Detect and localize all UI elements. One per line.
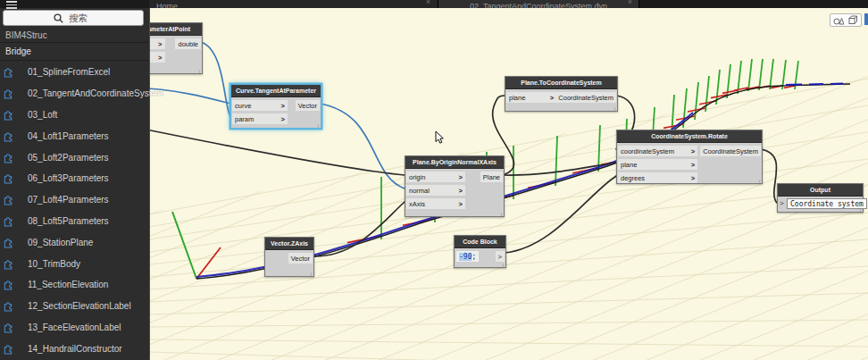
port-label: xAxis	[409, 200, 425, 208]
sidebar-item-label: 04_Loft1Parameters	[28, 131, 109, 141]
sidebar-item[interactable]: 14_HandrailConstructor	[0, 338, 149, 359]
output-port-Vector[interactable]: Vector	[288, 253, 313, 264]
sidebar-item[interactable]: 03_Loft	[0, 105, 149, 126]
node-curve-tangentatparameter[interactable]: Curve.TangentAtParametercurve>param>Vect…	[230, 84, 321, 129]
tab-document[interactable]: 02_TangentAndCoordinateSystem.dyn ×	[438, 0, 639, 8]
sidebar-section-bridge[interactable]: Bridge	[0, 43, 149, 61]
wire-cb.out-to-csr.degrees[interactable]	[505, 176, 616, 253]
partial-button[interactable]	[864, 13, 868, 25]
puzzle-icon	[3, 66, 14, 78]
sidebar-item[interactable]: 06_Loft3Parameters	[0, 168, 149, 189]
sidebar-section-bim4struc[interactable]: BIM4Struc	[0, 28, 149, 43]
sidebar-item[interactable]: 10_TrimBody	[0, 253, 149, 274]
sidebar-item-label: 07_Loft4Parameters	[28, 195, 109, 205]
search-icon	[54, 13, 63, 23]
wire-pap.double-to-cta.param[interactable]	[201, 42, 230, 117]
port-chevron-icon: >	[281, 102, 285, 110]
input-port-xAxis[interactable]: xAxis>	[406, 198, 465, 209]
sidebar-item[interactable]: 01_SplineFromExcel	[0, 62, 149, 83]
port-label: origin	[409, 173, 425, 181]
puzzle-icon	[3, 152, 14, 163]
output-value: Coordinate system	[787, 198, 867, 209]
puzzle-icon	[3, 109, 14, 121]
sidebar-item-label: 11_SectionElevation	[28, 280, 108, 289]
sidebar-item-label: 10_TrimBody	[28, 259, 80, 269]
sidebar-item-label: 13_FaceElevationLabel	[28, 322, 121, 332]
search-input[interactable]	[67, 12, 142, 24]
node-vector-zaxis[interactable]: Vector.ZAxisVector	[264, 237, 314, 277]
input-port-plane[interactable]: plane>	[618, 159, 697, 170]
sidebar-item[interactable]: 04_Loft1Parameters	[0, 125, 149, 147]
output-port-Vector[interactable]: Vector	[296, 100, 320, 111]
node-plane-tocoordinatesystem[interactable]: Plane.ToCoordinateSystemplane>Coordinate…	[505, 76, 618, 112]
sidebar-item[interactable]: 07_Loft4Parameters	[0, 189, 149, 211]
tab-home-close-icon[interactable]: ×	[426, 0, 430, 6]
puzzle-icon	[3, 130, 14, 142]
puzzle-icon	[3, 300, 14, 312]
port-label: plane	[621, 161, 637, 169]
port-label: param	[235, 115, 254, 123]
node-title: Code Block	[455, 236, 505, 248]
puzzle-icon	[3, 215, 14, 227]
wire-csr.CoordinateSystem-to-out.in[interactable]	[761, 149, 777, 203]
puzzle-icon	[3, 322, 14, 333]
input-port-origin[interactable]: origin>	[406, 172, 465, 182]
sidebar-item[interactable]: 02_TangentAndCoordinateSystem	[0, 83, 149, 105]
port-chevron-icon: >	[550, 94, 554, 102]
input-port-curve[interactable]: curve>	[232, 100, 288, 111]
sidebar-item[interactable]: 08_Loft5Parameters	[0, 211, 149, 232]
tab-document-close-icon[interactable]: ×	[628, 0, 632, 6]
cube-icon[interactable]	[848, 15, 858, 25]
sidebar-item-label: 01_SplineFromExcel	[28, 67, 110, 77]
sidebar-item-label: 14_HandrailConstructor	[28, 344, 122, 354]
port-chevron-icon: >	[281, 115, 285, 123]
hamburger-menu-icon[interactable]	[6, 1, 17, 11]
output-port[interactable]: >	[496, 251, 505, 262]
input-port[interactable]: >	[780, 199, 784, 207]
input-port-normal[interactable]: normal>	[406, 185, 465, 196]
section-label: BIM4Struc	[5, 30, 47, 40]
port-chevron-icon: >	[158, 40, 162, 48]
library-sidebar: BIM4Struc Bridge 01_SplineFromExcel02_Ta…	[0, 0, 150, 360]
port-chevron-icon: >	[691, 147, 695, 155]
sidebar-item[interactable]: 05_Loft2Parameters	[0, 147, 149, 168]
sidebar-item[interactable]: 12_SectionElevationLabel	[0, 296, 149, 317]
code-block-text[interactable]: -90;	[456, 251, 479, 262]
port-label: plane	[509, 94, 525, 102]
puzzle-icon	[3, 194, 14, 205]
geometry-shapes-icon[interactable]	[833, 16, 844, 25]
node-output[interactable]: Output>Coordinate system	[777, 183, 864, 213]
sidebar-item-label: 09_StationPlane	[28, 238, 93, 247]
output-port-CoordinateSystem[interactable]: CoordinateSystem	[555, 92, 616, 103]
port-chevron-icon: >	[459, 200, 463, 208]
input-port-degrees[interactable]: degrees>	[618, 172, 697, 183]
output-port-CoordinateSystem[interactable]: CoordinateSystem	[700, 146, 761, 156]
node-title: Output	[778, 184, 863, 197]
output-port-Plane[interactable]: Plane	[480, 172, 503, 182]
port-chevron-icon: >	[158, 54, 162, 62]
input-port-coordinateSystem[interactable]: coordinateSystem>	[618, 146, 697, 156]
node-title: CoordinateSystem.Rotate	[617, 130, 762, 143]
sidebar-item-label: 06_Loft3Parameters	[28, 173, 109, 183]
port-label: normal	[409, 187, 430, 195]
sidebar-item-label: 12_SectionElevationLabel	[28, 301, 131, 311]
sidebar-item[interactable]: 13_FaceElevationLabel	[0, 317, 149, 339]
input-port-plane[interactable]: plane>	[506, 92, 556, 103]
tab-home[interactable]: Home ×	[149, 0, 438, 8]
node-code-block[interactable]: Code Block-90;>	[454, 235, 506, 268]
node-coordinatesystem-rotate[interactable]: CoordinateSystem.RotatecoordinateSystem>…	[616, 130, 763, 184]
port-chevron-icon: >	[691, 161, 695, 169]
wire-vza.Vector-to-pbo.xAxis[interactable]	[313, 202, 405, 256]
port-label: degrees	[621, 174, 645, 182]
wire-pbo.Plane-to-csr.plane[interactable]	[503, 163, 616, 175]
node-plane-byoriginnormalxaxis[interactable]: Plane.ByOriginNormalXAxisorigin>normal>x…	[405, 155, 505, 217]
port-label: coordinateSystem	[621, 147, 674, 155]
output-port-double[interactable]: double	[175, 38, 201, 49]
puzzle-icon	[3, 88, 14, 99]
input-port-param[interactable]: param>	[232, 113, 288, 124]
wire-cta.Vector-to-pbo.normal[interactable]	[320, 104, 405, 188]
view-toolbar[interactable]	[830, 13, 862, 27]
sidebar-item[interactable]: 11_SectionElevation	[0, 274, 149, 296]
sidebar-item[interactable]: 09_StationPlane	[0, 231, 149, 253]
search-box[interactable]	[3, 10, 144, 26]
